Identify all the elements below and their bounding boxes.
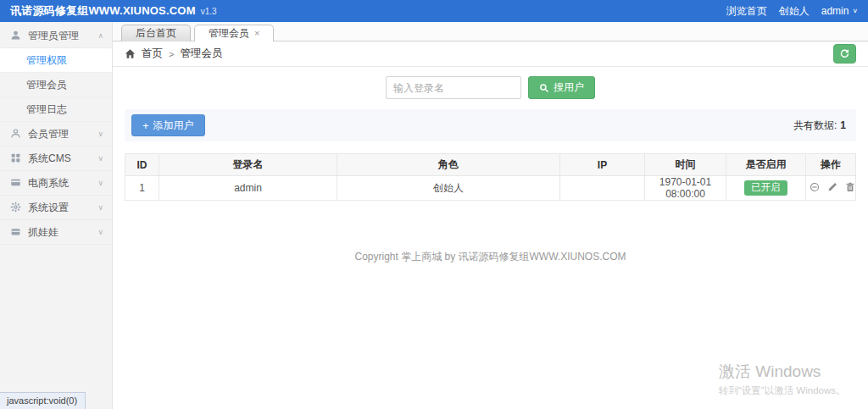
column-header-role: 角色 <box>337 154 560 176</box>
plus-icon: + <box>142 119 149 132</box>
user-menu-label: admin <box>821 5 849 17</box>
chevron-down-icon: ∨ <box>97 130 103 138</box>
edit-icon[interactable] <box>827 182 837 192</box>
chevron-down-icon: ∨ <box>97 154 103 163</box>
sidebar-item-label: 管理会员 <box>26 78 67 92</box>
box-icon <box>10 226 22 238</box>
tab-bar: 后台首页 管理会员 × <box>113 22 868 41</box>
sidebar-group-label: 抓娃娃 <box>28 225 97 240</box>
home-icon <box>125 48 136 59</box>
close-icon[interactable]: × <box>254 29 259 38</box>
sidebar-group-eshop[interactable]: 电商系统 ∨ <box>0 171 112 196</box>
content-area: 搜用户 + 添加用户 共有数据:1 <box>113 67 868 409</box>
search-user-button[interactable]: 搜用户 <box>528 76 595 99</box>
topbar-menu: 浏览首页 创始人 admin ∨ <box>726 4 858 19</box>
refresh-icon <box>839 48 850 59</box>
column-header-id: ID <box>125 154 159 176</box>
card-icon <box>10 177 22 189</box>
brand-version: v1.3 <box>201 7 217 16</box>
tab-manage-members[interactable]: 管理会员 × <box>194 25 274 41</box>
column-header-time: 时间 <box>645 154 726 176</box>
sidebar-group-label: 管理员管理 <box>28 29 97 43</box>
breadcrumb-bar: 首页 > 管理会员 <box>113 41 868 67</box>
column-header-enabled: 是否启用 <box>726 154 806 176</box>
sidebar-item-manage-logs[interactable]: 管理日志 <box>0 97 112 122</box>
user-icon <box>10 30 22 41</box>
refresh-button[interactable] <box>833 44 856 64</box>
cell-login: admin <box>159 176 337 201</box>
sidebar-group-members[interactable]: 会员管理 ∨ <box>0 122 112 146</box>
chevron-down-icon: ∨ <box>97 228 103 236</box>
column-header-login: 登录名 <box>159 154 337 176</box>
table-row: 1 admin 创始人 1970-01-01 08:00:00 已开启 <box>125 176 856 201</box>
breadcrumb-home[interactable]: 首页 <box>142 47 163 61</box>
cell-role: 创始人 <box>337 176 560 201</box>
app-window: 讯诺源码修复组WWW.XIUNOS.COM v1.3 浏览首页 创始人 admi… <box>0 0 868 409</box>
status-badge: 已开启 <box>744 180 787 196</box>
brand: 讯诺源码修复组WWW.XIUNOS.COM v1.3 <box>10 3 217 19</box>
sidebar-group-cms[interactable]: 系统CMS ∨ <box>0 146 112 171</box>
sidebar-group-label: 电商系统 <box>28 176 97 191</box>
toolbar: + 添加用户 共有数据:1 <box>125 109 856 141</box>
gear-icon <box>10 202 22 213</box>
delete-icon[interactable] <box>845 182 855 192</box>
sidebar: 管理员管理 ∧ 管理权限 管理会员 管理日志 会员管理 ∨ <box>0 22 113 409</box>
browser-status-bar: javascript:void(0) <box>0 392 86 409</box>
tab-label: 后台首页 <box>136 26 176 41</box>
chevron-down-icon: ∨ <box>97 179 103 187</box>
browse-home-link[interactable]: 浏览首页 <box>726 4 767 19</box>
chevron-down-icon: ∨ <box>97 203 103 212</box>
disable-icon[interactable] <box>810 182 820 192</box>
tab-label: 管理会员 <box>209 26 249 41</box>
users-table: ID 登录名 角色 IP 时间 是否启用 操作 1 admin <box>125 153 856 201</box>
grid-icon <box>10 152 22 164</box>
record-count-label: 共有数据: <box>793 119 837 131</box>
cell-time: 1970-01-01 08:00:00 <box>645 176 726 201</box>
cell-actions <box>806 176 856 201</box>
cell-id: 1 <box>125 176 159 201</box>
row-actions <box>810 182 855 192</box>
main-panel: 后台首页 管理会员 × 首页 > 管理会员 <box>113 22 868 409</box>
sidebar-group-admin[interactable]: 管理员管理 ∧ <box>0 24 112 48</box>
sidebar-group-claw-machine[interactable]: 抓娃娃 ∨ <box>0 220 112 245</box>
breadcrumb: 首页 > 管理会员 <box>125 47 222 61</box>
cell-ip <box>560 176 645 201</box>
sidebar-item-manage-members[interactable]: 管理会员 <box>0 73 112 97</box>
column-header-actions: 操作 <box>806 154 856 176</box>
topbar: 讯诺源码修复组WWW.XIUNOS.COM v1.3 浏览首页 创始人 admi… <box>0 0 868 22</box>
user-menu[interactable]: admin ∨ <box>821 5 858 17</box>
add-user-button-label: 添加用户 <box>153 119 194 133</box>
sidebar-item-manage-permissions[interactable]: 管理权限 <box>0 48 112 73</box>
chevron-down-icon: ∨ <box>852 8 858 14</box>
column-header-ip: IP <box>560 154 645 176</box>
sidebar-group-settings[interactable]: 系统设置 ∨ <box>0 196 112 220</box>
breadcrumb-current: 管理会员 <box>180 47 222 61</box>
cell-enabled: 已开启 <box>726 176 806 201</box>
search-user-button-label: 搜用户 <box>554 80 584 95</box>
brand-name: 讯诺源码修复组WWW.XIUNOS.COM <box>10 3 196 19</box>
sidebar-group-label: 系统设置 <box>28 201 97 215</box>
breadcrumb-separator: > <box>169 49 174 59</box>
record-count-value: 1 <box>840 119 846 131</box>
sidebar-group-label: 系统CMS <box>28 152 97 166</box>
tab-dashboard[interactable]: 后台首页 <box>121 25 191 41</box>
search-row: 搜用户 <box>125 76 856 99</box>
add-user-button[interactable]: + 添加用户 <box>131 114 205 136</box>
copyright-text: Copyright 掌上商城 by 讯诺源码修复组WWW.XIUNOS.COM <box>125 250 856 264</box>
sidebar-item-label: 管理日志 <box>26 102 67 117</box>
table-header-row: ID 登录名 角色 IP 时间 是否启用 操作 <box>125 154 856 176</box>
record-count: 共有数据:1 <box>793 119 849 133</box>
chevron-up-icon: ∧ <box>97 31 103 40</box>
user-outline-icon <box>10 128 22 140</box>
sidebar-item-label: 管理权限 <box>26 53 67 68</box>
role-link[interactable]: 创始人 <box>779 4 810 19</box>
sidebar-group-label: 会员管理 <box>28 127 97 141</box>
search-icon <box>539 83 549 93</box>
search-input[interactable] <box>386 76 521 99</box>
